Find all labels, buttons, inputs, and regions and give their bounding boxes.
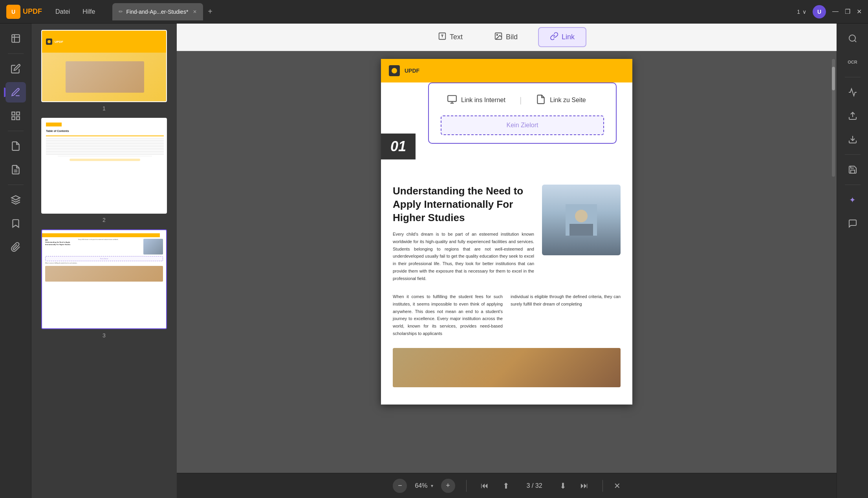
page-image-2 [393,348,621,387]
tab-main[interactable]: ✏ Find-and-Ap...er-Studies* ✕ [112,3,203,20]
window-controls: — ❐ ✕ [832,8,862,15]
right-export-icon[interactable] [842,106,863,126]
right-inbox-icon[interactable] [842,129,863,150]
tab-label: Find-and-Ap...er-Studies* [126,9,188,15]
sidebar-convert-icon[interactable] [5,159,26,180]
page-body-text-3: individual is eligible through the defin… [511,293,621,308]
thumbnail-2[interactable]: Table of Contents 2 [38,118,170,223]
page-text-right: individual is eligible through the defin… [511,293,621,337]
top-right-controls: 1 ∨ U — ❐ ✕ [797,5,862,18]
page-main-row: Understanding the Need to Apply Internat… [393,185,621,282]
zoom-dropdown-arrow[interactable]: ▾ [431,483,433,489]
zoom-minus-icon: − [398,482,402,490]
content-toolbar: Text Bild Link [177,24,837,51]
page-yellow-header: UPDF [381,59,632,82]
sidebar-bookmark-icon[interactable] [5,213,26,234]
sidebar-organize-icon[interactable] [5,106,26,126]
right-divider-2 [845,154,861,155]
right-chat-icon[interactable] [842,213,863,234]
tab-close-btn[interactable]: ✕ [193,9,197,15]
win-close-btn[interactable]: ✕ [857,8,862,15]
zoom-in-btn[interactable]: + [441,479,455,493]
sidebar-attach-icon[interactable] [5,237,26,257]
pdf-scrollbar[interactable] [832,59,835,177]
menu-datei[interactable]: Datei [50,6,75,18]
svg-marker-9 [11,196,20,200]
link-page-btn[interactable]: Link zu Seite [529,91,592,109]
nav-prev-btn[interactable]: ⬆ [500,480,513,492]
link-internet-icon [447,94,457,106]
app-logo: U UPDF [6,5,42,19]
svg-rect-19 [570,224,593,236]
sidebar-annotate-icon[interactable] [5,82,26,103]
page-text-col: Understanding the Need to Apply Internat… [393,185,534,282]
text-tool-label: Text [450,33,463,41]
sidebar-divider-2 [8,131,24,131]
nav-next-btn[interactable]: ⬇ [557,480,570,492]
app-logo-abbr: U [11,9,15,15]
page-img-col [542,185,621,255]
sidebar-pages-icon[interactable] [5,28,26,49]
right-save-icon[interactable] [842,159,863,180]
user-avatar[interactable]: U [813,5,826,18]
main-area: UPDF 1 Table of Contents [0,24,868,498]
link-separator: | [520,96,522,105]
sidebar-divider-3 [8,185,24,185]
pdf-scrollbar-thumb[interactable] [832,67,835,90]
link-page-icon [536,94,546,106]
tab-edit-icon: ✏ [119,9,123,15]
right-ai-icon[interactable]: ✦ [842,190,863,210]
page-body-text-2: When it comes to fulfilling the student … [393,293,503,337]
link-dialog-box: Link ins Internet | Link zu Seite [428,82,617,144]
app-logo-text: UPDF [23,7,42,16]
add-tab-btn[interactable]: + [205,5,216,18]
thumbnail-1[interactable]: UPDF 1 [38,30,170,112]
zoom-out-btn[interactable]: − [393,479,407,493]
bottom-close-btn[interactable]: ✕ [614,481,621,491]
link-internet-label: Link ins Internet [461,97,505,104]
chapter-num-block: 01 [381,134,416,159]
thumbnail-panel: UPDF 1 Table of Contents [31,24,177,498]
page-dropdown-arrow[interactable]: ∨ [802,9,806,15]
page-bottom-row: When it comes to fulfilling the student … [393,293,621,337]
thumbnail-3[interactable]: 01 Understanding the Need to Apply Inter… [38,229,170,339]
link-dialog: Link ins Internet | Link zu Seite [412,82,632,144]
image-tool-btn[interactable]: Bild [483,28,529,46]
text-tool-btn[interactable]: Text [427,28,474,46]
right-ocr-icon[interactable]: OCR [842,52,863,72]
bottom-divider-2 [602,480,603,492]
svg-rect-4 [16,112,20,115]
sidebar-edit-icon[interactable] [5,59,26,79]
win-maximize-btn[interactable]: ❐ [845,8,850,15]
right-divider-3 [845,185,861,185]
page-image-1 [542,185,621,255]
nav-first-btn[interactable]: ⏮ [478,480,492,492]
link-dialog-row: Link ins Internet | Link zu Seite [441,91,604,109]
sidebar-extract-icon[interactable] [5,136,26,156]
current-page-nav: 1 [797,9,800,15]
nav-last-btn[interactable]: ⏭ [577,480,591,492]
thumb-img-2: Table of Contents [41,118,167,214]
link-tool-btn[interactable]: Link [538,27,586,47]
tab-bar: ✏ Find-and-Ap...er-Studies* ✕ + [112,3,789,20]
bottom-divider-1 [466,480,467,492]
menu-hilfe[interactable]: Hilfe [77,6,101,18]
svg-rect-5 [16,117,20,120]
sidebar-divider-1 [8,53,24,54]
right-divider-1 [845,77,861,77]
right-search-icon[interactable] [842,28,863,49]
link-internet-btn[interactable]: Link ins Internet [441,91,512,109]
thumb-number-3: 3 [103,332,106,339]
pdf-page: UPDF Link ins Internet | [381,59,632,405]
top-menu: Datei Hilfe [50,6,101,18]
zoom-display: 64% ▾ [415,482,433,489]
svg-rect-13 [448,95,456,101]
sidebar-layers-icon[interactable] [5,190,26,210]
right-scan-icon[interactable] [842,82,863,103]
page-text-left: When it comes to fulfilling the student … [393,293,503,337]
link-tool-icon [550,32,559,42]
bottom-bar: − 64% ▾ + ⏮ ⬆ 3 / 32 ⬇ ⏭ ✕ [177,473,837,498]
zoom-plus-icon: + [446,482,450,490]
win-minimize-btn[interactable]: — [832,8,839,15]
app-logo-icon: U [6,5,20,19]
